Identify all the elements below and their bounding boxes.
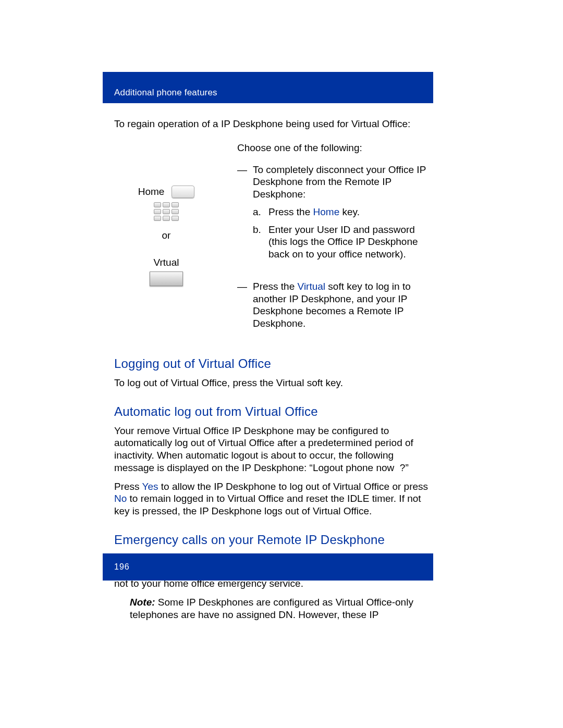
virtual-block: Vrtual [150, 256, 183, 287]
keypad-button [163, 216, 170, 221]
step-b-text: Enter your User ID and password (this lo… [268, 224, 432, 261]
dash-marker: — [237, 164, 248, 266]
page: Additional phone features To regain oper… [0, 0, 563, 728]
step-b: b. Enter your User ID and password (this… [253, 224, 432, 261]
keypad-button [163, 202, 170, 207]
soft-key-icon [150, 272, 183, 286]
page-number: 196 [114, 562, 130, 572]
marker-a: a. [253, 206, 262, 218]
left-column: Home or Vrtual [114, 142, 218, 335]
auto-post: to remain logged in to Virtual Office an… [114, 493, 421, 516]
header-band: Additional phone features [103, 72, 433, 103]
list-item: — Press the Virtual soft key to log in t… [237, 280, 432, 330]
choose-text: Choose one of the following: [237, 142, 432, 154]
header-title: Additional phone features [114, 88, 217, 98]
keypad-button [163, 209, 170, 214]
note-block: Note: Some IP Deskphones are configured … [130, 596, 432, 621]
dash-marker: — [237, 280, 248, 330]
step-a-post: key. [339, 206, 360, 217]
heading-emergency: Emergency calls on your Remote IP Deskph… [114, 532, 432, 548]
logout-para: To log out of Virtual Office, press the … [114, 377, 432, 389]
footer-band: 196 [103, 553, 433, 581]
virtual-label: Vrtual [154, 256, 179, 269]
auto-pre: Press [114, 481, 142, 492]
note-text: Some IP Deskphones are configured as Vir… [130, 597, 413, 620]
keypad-icon [154, 202, 179, 221]
virtual-link: Virtual [298, 281, 326, 292]
auto-para1: Your remove Virtual Office IP Deskphone … [114, 425, 432, 474]
keypad-button [172, 202, 179, 207]
or-label: or [162, 229, 171, 242]
auto-mid: to allow the IP Deskphone to log out of … [158, 481, 429, 492]
auto-para2: Press Yes to allow the IP Deskphone to l… [114, 480, 432, 517]
list-item: — To completely disconnect your Office I… [237, 164, 432, 266]
step-a-pre: Press the [268, 206, 313, 217]
instruction-row: Home or Vrtual [114, 142, 432, 335]
note-label: Note: [130, 597, 155, 608]
content: To regain operation of a IP Deskphone be… [114, 115, 432, 621]
step-a: a. Press the Home key. [253, 206, 432, 218]
home-key-icon [172, 186, 194, 198]
home-label: Home [138, 186, 165, 198]
marker-b: b. [253, 224, 262, 261]
disconnect-text: To completely disconnect your Office IP … [253, 164, 432, 201]
no-link: No [114, 493, 127, 504]
home-link: Home [313, 206, 340, 217]
keypad-button [154, 202, 161, 207]
keypad-button [154, 216, 161, 221]
heading-logout: Logging out of Virtual Office [114, 356, 432, 372]
keypad-button [172, 209, 179, 214]
home-row: Home [138, 186, 195, 198]
intro-text: To regain operation of a IP Deskphone be… [114, 118, 432, 130]
right-column: Choose one of the following: — To comple… [237, 142, 432, 335]
keypad-button [154, 209, 161, 214]
yes-link: Yes [142, 481, 158, 492]
heading-auto: Automatic log out from Virtual Office [114, 404, 432, 419]
keypad-button [172, 216, 179, 221]
dash2-pre: Press the [253, 281, 298, 292]
